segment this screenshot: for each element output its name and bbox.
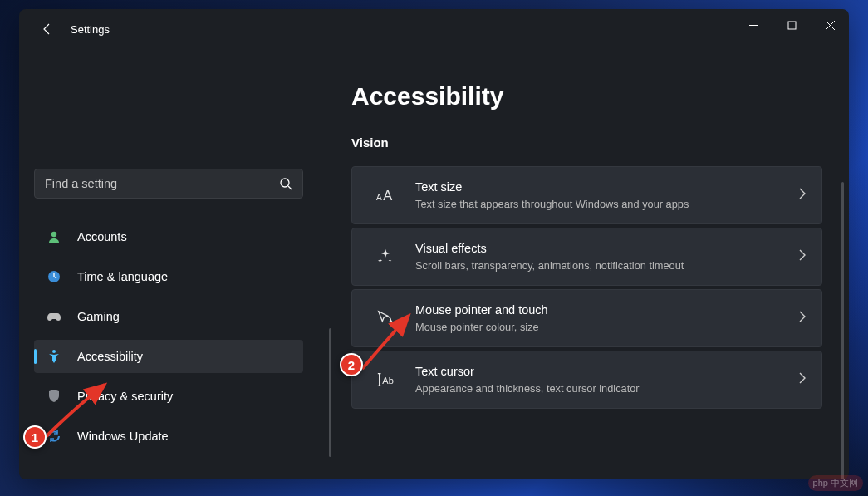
text-size-icon: AA: [374, 186, 397, 204]
sidebar-item-windows-update[interactable]: Windows Update: [34, 420, 303, 453]
svg-text:A: A: [376, 193, 382, 202]
titlebar: Settings: [19, 9, 849, 49]
sidebar-item-apps[interactable]: Apps: [34, 205, 303, 214]
maximize-button[interactable]: [772, 9, 811, 41]
card-text-size[interactable]: AA Text size Text size that appears thro…: [351, 166, 822, 224]
sidebar-item-gaming[interactable]: Gaming: [34, 300, 303, 333]
chevron-right-icon: [798, 372, 807, 387]
body: Apps Accounts Time & language: [19, 49, 849, 479]
annotation-badge-2: 2: [340, 353, 363, 376]
content-scrollbar[interactable]: [841, 182, 844, 479]
chevron-right-icon: [798, 311, 807, 326]
window-title: Settings: [71, 23, 110, 36]
sidebar-item-accessibility[interactable]: Accessibility: [34, 340, 303, 373]
card-title: Mouse pointer and touch: [415, 302, 798, 319]
svg-line-5: [288, 186, 292, 189]
back-button[interactable]: [31, 12, 64, 46]
settings-window: Settings: [19, 9, 849, 479]
svg-point-10: [51, 232, 56, 237]
sidebar-item-label: Windows Update: [77, 430, 169, 443]
visual-effects-icon: [374, 248, 397, 266]
sidebar-item-label: Accounts: [77, 230, 127, 243]
sidebar-item-label: Privacy & security: [77, 390, 173, 403]
svg-point-12: [52, 350, 56, 353]
minimize-button[interactable]: [734, 9, 772, 41]
svg-rect-1: [788, 22, 796, 29]
sidebar-item-privacy[interactable]: Privacy & security: [34, 380, 303, 413]
sidebar-item-time-language[interactable]: Time & language: [34, 260, 303, 293]
sidebar: Apps Accounts Time & language: [19, 49, 318, 479]
card-desc: Appearance and thickness, text cursor in…: [415, 381, 798, 395]
content-area: Accessibility Vision AA Text size Text s…: [318, 49, 849, 479]
windows-update-icon: [46, 428, 62, 444]
card-title: Text size: [415, 179, 798, 196]
sidebar-item-label: Accessibility: [77, 350, 143, 363]
close-button[interactable]: [811, 9, 849, 41]
sidebar-item-accounts[interactable]: Accounts: [34, 220, 303, 253]
annotation-badge-1: 1: [23, 425, 47, 449]
maximize-icon: [787, 21, 797, 30]
mouse-pointer-icon: [374, 309, 397, 327]
watermark: php 中文网: [808, 475, 863, 491]
card-visual-effects[interactable]: Visual effects Scroll bars, transparency…: [351, 228, 822, 286]
card-title: Text cursor: [415, 364, 798, 381]
search-input[interactable]: [45, 177, 279, 190]
chevron-right-icon: [798, 188, 807, 203]
accounts-icon: [46, 228, 62, 245]
svg-text:A: A: [383, 188, 392, 203]
close-icon: [826, 21, 835, 30]
card-desc: Text size that appears throughout Window…: [415, 197, 798, 211]
window-controls: [734, 9, 849, 49]
minimize-icon: [749, 21, 758, 30]
settings-cards: AA Text size Text size that appears thro…: [351, 166, 826, 409]
section-title: Vision: [351, 135, 826, 150]
privacy-icon: [46, 388, 62, 405]
card-mouse-pointer[interactable]: Mouse pointer and touch Mouse pointer co…: [351, 289, 822, 347]
chevron-right-icon: [798, 249, 807, 264]
card-title: Visual effects: [415, 241, 798, 258]
gaming-icon: [46, 308, 62, 325]
time-language-icon: [46, 268, 62, 285]
card-desc: Scroll bars, transparency, animations, n…: [415, 258, 798, 273]
card-text-cursor[interactable]: Ab Text cursor Appearance and thickness,…: [351, 351, 822, 409]
svg-point-4: [281, 179, 289, 187]
search-icon: [279, 177, 292, 190]
text-cursor-icon: Ab: [374, 371, 397, 389]
accessibility-icon: [46, 348, 62, 365]
nav-list: Apps Accounts Time & language: [34, 205, 303, 479]
svg-text:Ab: Ab: [382, 376, 393, 386]
search-box[interactable]: [34, 169, 303, 199]
card-desc: Mouse pointer colour, size: [415, 320, 798, 334]
sidebar-item-label: Gaming: [77, 310, 120, 323]
sidebar-item-label: Time & language: [77, 270, 168, 283]
arrow-left-icon: [41, 22, 54, 36]
page-title: Accessibility: [351, 82, 826, 110]
